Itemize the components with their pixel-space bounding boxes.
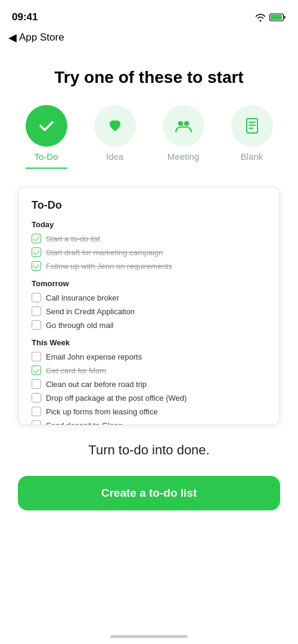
back-nav[interactable]: ◀ App Store	[0, 30, 298, 50]
list-item: Follow up with Jenn on requirements	[32, 261, 266, 271]
checkbox-unchecked	[32, 379, 41, 389]
checkbox-unchecked	[32, 293, 41, 302]
todo-text: Send deposit to Glenn	[46, 421, 123, 426]
list-item: Drop off package at the post office (Wed…	[32, 393, 266, 402]
svg-rect-4	[247, 119, 257, 133]
checkbox-unchecked	[32, 320, 41, 330]
people-icon	[173, 115, 194, 137]
list-item: Email John expense reports	[32, 352, 266, 361]
tab-meeting-label: Meeting	[167, 151, 199, 162]
page-title: Try one of these to start	[12, 68, 286, 87]
list-item: Start draft for marketing campaign	[32, 247, 266, 257]
checkbox-unchecked	[32, 352, 41, 361]
todo-text: Call insurance broker	[46, 293, 119, 302]
back-label: App Store	[19, 32, 64, 44]
svg-point-2	[178, 121, 183, 126]
document-icon	[241, 115, 263, 137]
card-title: To-Do	[32, 199, 266, 212]
list-item: Clean out car before road trip	[32, 379, 266, 389]
todo-text: Send in Credit Application	[46, 307, 135, 316]
checkmark-icon	[36, 115, 57, 137]
todo-text: Start a to-do list	[46, 234, 100, 243]
svg-point-3	[184, 121, 189, 126]
list-item: Pick up forms from leasing office	[32, 407, 266, 416]
wifi-icon	[255, 13, 266, 21]
tab-meeting[interactable]: Meeting	[157, 105, 210, 162]
back-arrow-icon: ◀	[8, 31, 17, 44]
checkbox-checked	[32, 234, 41, 243]
todo-text: Start draft for marketing campaign	[46, 248, 163, 257]
status-time: 09:41	[12, 11, 38, 23]
home-indicator	[110, 635, 188, 638]
svg-rect-1	[271, 15, 282, 20]
list-item: Get card for Mom	[32, 366, 266, 375]
checkbox-unchecked	[32, 393, 41, 402]
tab-idea-label: Idea	[106, 151, 123, 162]
todo-text: Pick up forms from leasing office	[46, 407, 158, 416]
todo-text: Follow up with Jenn on requirements	[46, 262, 172, 271]
todo-icon-circle	[26, 105, 67, 147]
tab-blank-label: Blank	[241, 151, 263, 162]
tab-todo-underline	[26, 168, 67, 169]
tab-todo-label: To-Do	[34, 151, 58, 162]
battery-icon	[269, 13, 286, 21]
checkbox-unchecked	[32, 420, 41, 425]
checkbox-checked	[32, 366, 41, 375]
section-week-label: This Week	[32, 338, 266, 347]
section-this-week: This Week Email John expense reports Get…	[32, 338, 266, 425]
todo-text: Get card for Mom	[46, 366, 106, 375]
section-today: Today Start a to-do list Start draft for…	[32, 220, 266, 271]
template-tabs: To-Do Idea Meeting	[12, 105, 286, 169]
todo-text: Drop off package at the post office (Wed…	[46, 394, 187, 402]
section-tomorrow-label: Tomorrow	[32, 279, 266, 288]
main-content: Try one of these to start To-Do Idea	[0, 50, 298, 425]
meeting-icon-circle	[163, 105, 204, 147]
list-item: Start a to-do list	[32, 234, 266, 243]
list-item: Send deposit to Glenn	[32, 420, 266, 425]
tab-blank[interactable]: Blank	[225, 105, 279, 162]
tab-todo[interactable]: To-Do	[20, 105, 73, 169]
todo-text: Email John expense reports	[46, 352, 142, 361]
create-todo-button[interactable]: Create a to-do list	[18, 476, 280, 510]
idea-icon-circle	[94, 105, 136, 147]
list-item: Call insurance broker	[32, 293, 266, 302]
preview-card: To-Do Today Start a to-do list Start dra…	[18, 187, 280, 425]
status-icons	[255, 13, 286, 21]
section-today-label: Today	[32, 220, 266, 229]
list-item: Send in Credit Application	[32, 306, 266, 316]
tagline: Turn to-do into done.	[18, 442, 280, 459]
blank-icon-circle	[231, 105, 273, 147]
todo-text: Go through old mail	[46, 321, 113, 330]
checkbox-unchecked	[32, 407, 41, 416]
checkbox-unchecked	[32, 306, 41, 316]
checkbox-checked	[32, 247, 41, 257]
heart-icon	[104, 115, 126, 137]
status-bar: 09:41	[0, 0, 298, 30]
section-tomorrow: Tomorrow Call insurance broker Send in C…	[32, 279, 266, 330]
bottom-section: Turn to-do into done. Create a to-do lis…	[0, 425, 298, 510]
tab-idea[interactable]: Idea	[88, 105, 142, 162]
todo-text: Clean out car before road trip	[46, 380, 147, 389]
list-item: Go through old mail	[32, 320, 266, 330]
checkbox-checked	[32, 261, 41, 271]
